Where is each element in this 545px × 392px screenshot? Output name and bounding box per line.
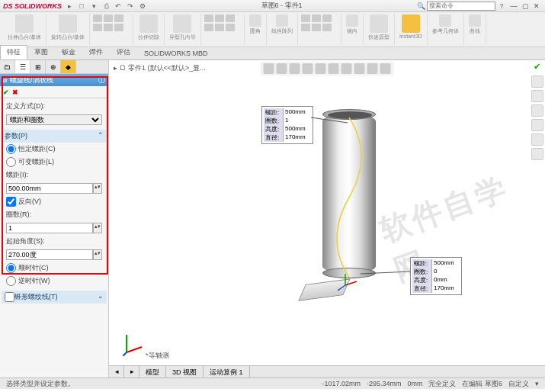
- tab-features[interactable]: 特征: [0, 45, 27, 59]
- ccw-radio[interactable]: [6, 276, 16, 286]
- curves-button[interactable]: 曲线: [466, 14, 483, 36]
- status-bar: 选择类型并设定参数。 -1017.02mm -295.34mm 0mm 完全定义…: [0, 378, 545, 389]
- status-defined: 完全定义: [428, 379, 456, 389]
- zoom-area-icon[interactable]: [277, 63, 287, 74]
- svg-line-7: [123, 352, 127, 356]
- rev-spin[interactable]: ▴▾: [93, 223, 102, 233]
- instant3d-button[interactable]: Instant3D: [397, 14, 425, 40]
- resources-tab-icon[interactable]: [531, 76, 543, 88]
- close-button[interactable]: ✕: [531, 2, 542, 11]
- print-icon[interactable]: ⎙: [101, 2, 111, 11]
- sweep-loft-group[interactable]: [92, 14, 130, 32]
- taper-section-header[interactable]: 锥形螺纹线(T)⌄: [2, 291, 107, 304]
- tab-motion[interactable]: 运动算例 1: [204, 366, 250, 378]
- pitch-spin[interactable]: ▴▾: [93, 183, 102, 194]
- hole-wizard-button[interactable]: 异型孔向导: [167, 14, 198, 42]
- sketch-confirm-icon[interactable]: ✔: [534, 62, 540, 72]
- reverse-checkbox[interactable]: [6, 197, 16, 207]
- hide-show-icon[interactable]: [341, 63, 352, 74]
- pitch-label: 螺距(I):: [2, 169, 107, 182]
- status-coord-x: -1017.02mm: [322, 380, 361, 387]
- minimize-button[interactable]: —: [508, 2, 519, 11]
- tab-nav-right[interactable]: ▸: [124, 366, 139, 378]
- help-icon[interactable]: ?: [497, 2, 506, 11]
- new-icon[interactable]: ▸: [65, 2, 74, 11]
- save-icon[interactable]: ▾: [89, 2, 98, 11]
- cut-group[interactable]: [204, 14, 242, 32]
- pitch-input[interactable]: [6, 183, 93, 194]
- options-icon[interactable]: ⚙: [138, 2, 147, 11]
- tab-3dview[interactable]: 3D 视图: [166, 366, 204, 378]
- revolve-boss-button[interactable]: 旋转凸台/基体: [49, 14, 87, 42]
- design-lib-tab-icon[interactable]: [531, 90, 543, 102]
- quick-prototype-button[interactable]: 快速原型: [366, 14, 392, 42]
- status-custom: 自定义: [508, 379, 529, 389]
- status-coord-z: 0mm: [407, 380, 422, 387]
- search-icon[interactable]: 🔍: [416, 2, 425, 11]
- config-tab[interactable]: ⊞: [30, 60, 46, 73]
- dim-tab[interactable]: ⊕: [46, 60, 61, 73]
- extrude-boss-button[interactable]: 拉伸凸台/基体: [5, 14, 43, 42]
- feature-tree-tab[interactable]: 🗀: [0, 60, 15, 73]
- appearance-icon[interactable]: [354, 63, 365, 74]
- tab-weldment[interactable]: 焊件: [82, 45, 110, 59]
- undo-icon[interactable]: ↶: [114, 2, 123, 11]
- angle-spin[interactable]: ▴▾: [93, 249, 102, 260]
- maximize-button[interactable]: ▢: [520, 2, 531, 11]
- search-input[interactable]: [427, 2, 495, 11]
- tab-model[interactable]: 模型: [139, 366, 166, 378]
- zoom-fit-icon[interactable]: [264, 63, 274, 74]
- pm-cancel-button[interactable]: ✖: [12, 88, 18, 96]
- left-panel-tabs: 🗀 ☰ ⊞ ⊕ ◆: [0, 60, 108, 74]
- ref-geometry-button[interactable]: 参考几何体: [430, 14, 461, 36]
- view-setting-icon[interactable]: [380, 63, 391, 74]
- tab-sheetmetal[interactable]: 钣金: [55, 45, 82, 59]
- leader-line-top: [311, 114, 349, 129]
- params-section-header[interactable]: 参数(P)⌃: [2, 130, 107, 143]
- display-tab[interactable]: ◆: [61, 60, 76, 73]
- graphics-viewport[interactable]: ▸ 🗋 零件1 (默认<<默认>_显... ✔ 软件自学网: [109, 60, 545, 378]
- property-manager-tab[interactable]: ☰: [15, 60, 30, 73]
- mirror-button[interactable]: 镜向: [344, 14, 361, 36]
- display-style-icon[interactable]: [329, 63, 339, 74]
- leader-line-bottom: [361, 270, 410, 281]
- scene-icon[interactable]: [367, 63, 378, 74]
- clockwise-radio[interactable]: [6, 263, 16, 273]
- pm-ok-button[interactable]: ✔: [3, 88, 9, 96]
- custom-props-tab-icon[interactable]: [531, 148, 543, 160]
- var-pitch-radio[interactable]: [6, 157, 16, 167]
- tab-mbd[interactable]: SOLIDWORKS MBD: [137, 47, 215, 59]
- tab-evaluate[interactable]: 评估: [110, 45, 137, 59]
- view-orient-icon[interactable]: [316, 63, 326, 74]
- definition-label: 定义方式(D):: [2, 100, 107, 113]
- status-editing: 在编辑 草图6: [462, 379, 502, 389]
- linear-pattern-button[interactable]: 线性阵列: [269, 14, 295, 36]
- section-view-icon[interactable]: [303, 63, 313, 74]
- rib-draft-shell-group[interactable]: [300, 14, 338, 32]
- view-triad: [123, 333, 146, 356]
- tab-sketch[interactable]: 草图: [27, 45, 55, 59]
- fillet-button[interactable]: 圆角: [247, 14, 264, 36]
- revolutions-input[interactable]: [6, 223, 93, 233]
- helix-callout-bottom[interactable]: 螺距:500mm 圈数:0 高度:0mm 直径:170mm: [410, 257, 462, 295]
- open-icon[interactable]: □: [77, 2, 86, 11]
- model-cylinder: [322, 114, 376, 274]
- svg-line-2: [345, 281, 357, 285]
- extrude-cut-button[interactable]: 拉伸切除: [136, 14, 162, 42]
- view-palette-tab-icon[interactable]: [531, 119, 543, 131]
- file-explorer-tab-icon[interactable]: [531, 104, 543, 117]
- ribbon: 拉伸凸台/基体 旋转凸台/基体 拉伸切除 异型孔向导 圆角 线性阵列 镜向 快速…: [0, 12, 545, 47]
- const-pitch-radio[interactable]: [6, 144, 16, 154]
- prev-view-icon[interactable]: [290, 63, 300, 74]
- start-angle-input[interactable]: [6, 249, 93, 260]
- taper-checkbox[interactable]: [5, 292, 14, 302]
- redo-icon[interactable]: ↷: [126, 2, 135, 11]
- definition-select[interactable]: 螺距和圈数: [6, 114, 102, 125]
- status-gear-icon[interactable]: ▾: [535, 380, 539, 387]
- property-manager-panel: 🗀 ☰ ⊞ ⊕ ◆ ⌀螺旋线/涡状线 ⓘ ✔ ✖ 定义方式(D): 螺距和圈数 …: [0, 60, 109, 378]
- status-coord-y: -295.34mm: [367, 380, 402, 387]
- helix-callout-top[interactable]: 螺距:500mm 圈数:1 高度:500mm 直径:170mm: [261, 106, 313, 144]
- appearances-tab-icon[interactable]: [531, 133, 543, 146]
- tab-nav-left[interactable]: ◂: [109, 366, 124, 378]
- breadcrumb[interactable]: ▸ 🗋 零件1 (默认<<默认>_显...: [114, 63, 206, 73]
